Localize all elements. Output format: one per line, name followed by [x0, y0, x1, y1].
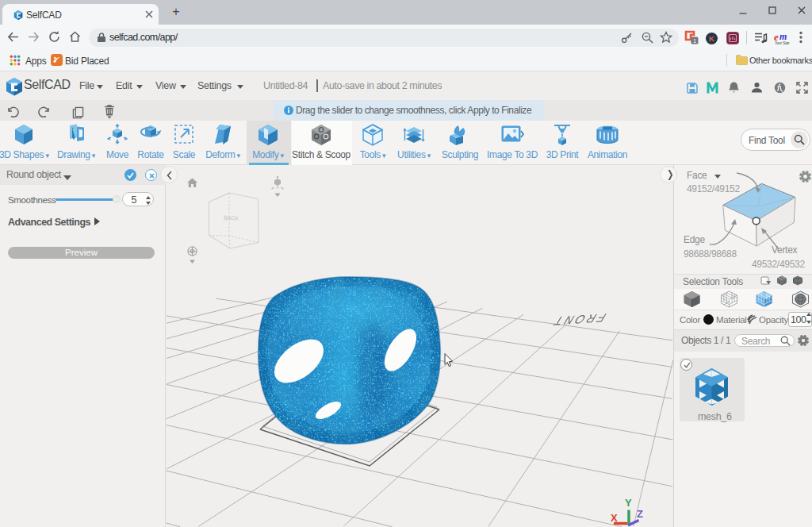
svg-text:X: X — [611, 512, 618, 524]
svg-text:Your Star: Your Star — [775, 41, 790, 45]
svg-text:1: 1 — [693, 37, 696, 44]
svg-text:Y: Y — [625, 497, 632, 509]
svg-text:K: K — [709, 34, 714, 43]
svg-text:BACK: BACK — [224, 214, 239, 221]
svg-text:m: m — [779, 31, 787, 42]
svg-text:FRONT: FRONT — [549, 311, 609, 328]
svg-text:Z: Z — [637, 508, 643, 520]
